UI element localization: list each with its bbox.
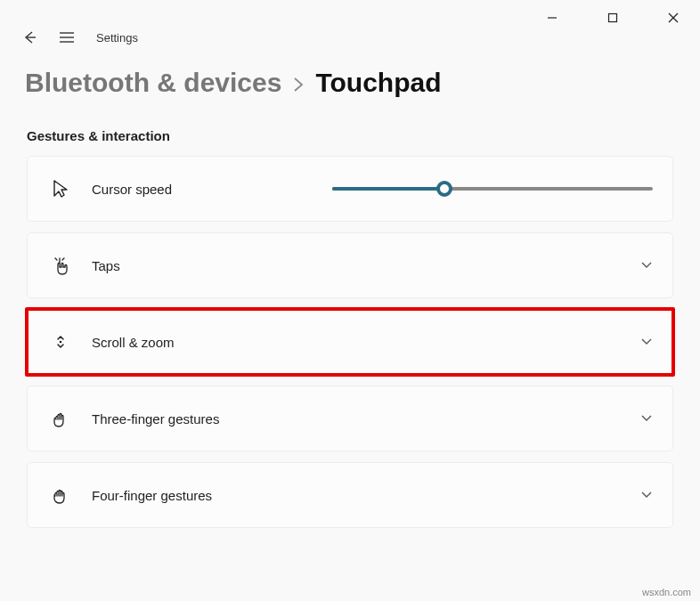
- three-finger-label: Three-finger gestures: [92, 411, 219, 426]
- back-icon: [21, 29, 37, 45]
- four-finger-icon: [47, 484, 74, 506]
- close-icon: [668, 12, 679, 23]
- back-button[interactable]: [21, 29, 37, 45]
- chevron-right-icon: [292, 77, 305, 93]
- page-title: Touchpad: [315, 68, 441, 98]
- cursor-speed-slider[interactable]: [332, 180, 653, 198]
- section-title: Gestures & interaction: [0, 128, 700, 156]
- minimize-icon: [547, 12, 558, 23]
- settings-list: Cursor speed Taps Scroll & zoom: [0, 156, 700, 528]
- cursor-icon: [47, 178, 74, 199]
- cursor-speed-row[interactable]: Cursor speed: [27, 156, 673, 222]
- three-finger-row[interactable]: Three-finger gestures: [27, 386, 673, 451]
- chevron-down-icon: [640, 491, 653, 499]
- taps-label: Taps: [92, 258, 120, 273]
- watermark: wsxdn.com: [642, 587, 691, 597]
- taps-row[interactable]: Taps: [27, 232, 673, 298]
- slider-fill: [332, 187, 444, 191]
- menu-button[interactable]: [59, 31, 75, 44]
- slider-track: [332, 187, 653, 191]
- maximize-button[interactable]: [593, 4, 632, 31]
- four-finger-label: Four-finger gestures: [92, 488, 212, 503]
- cursor-speed-label: Cursor speed: [92, 182, 172, 197]
- breadcrumb-parent[interactable]: Bluetooth & devices: [25, 68, 281, 98]
- menu-icon: [59, 31, 75, 44]
- maximize-icon: [607, 12, 618, 23]
- app-title: Settings: [96, 31, 138, 45]
- three-finger-icon: [47, 408, 74, 429]
- slider-thumb[interactable]: [436, 181, 452, 197]
- minimize-button[interactable]: [533, 4, 572, 31]
- scroll-zoom-row[interactable]: Scroll & zoom: [27, 309, 673, 375]
- chevron-down-icon: [640, 337, 653, 346]
- breadcrumb: Bluetooth & devices Touchpad: [0, 50, 700, 128]
- chevron-down-icon: [640, 414, 653, 423]
- tap-icon: [47, 255, 74, 276]
- scroll-zoom-label: Scroll & zoom: [92, 335, 175, 350]
- chevron-down-icon: [640, 261, 653, 270]
- svg-rect-1: [609, 14, 617, 22]
- scroll-icon: [47, 331, 74, 353]
- four-finger-row[interactable]: Four-finger gestures: [27, 462, 673, 528]
- svg-point-8: [60, 341, 62, 344]
- close-button[interactable]: [654, 4, 693, 31]
